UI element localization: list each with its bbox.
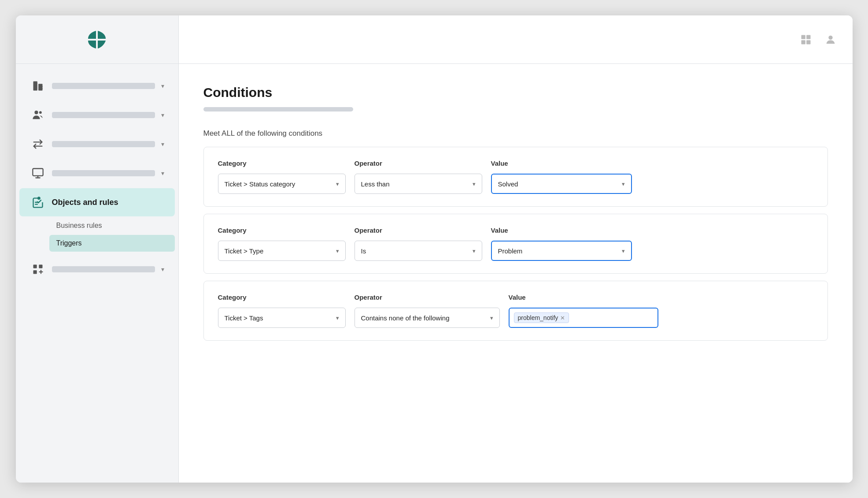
chevron-down-icon: ▾	[336, 248, 339, 254]
sidebar-item-business-rules[interactable]: Business rules	[49, 217, 175, 234]
chevron-down-icon: ▾	[622, 181, 625, 187]
people-icon	[30, 107, 46, 123]
value-header-2: Value	[491, 227, 508, 234]
zendesk-logo	[84, 26, 110, 53]
arrows-icon	[30, 136, 46, 152]
sidebar-logo	[16, 15, 178, 64]
category-select-1[interactable]: Ticket > Status category ▾	[218, 174, 346, 194]
svg-rect-8	[39, 86, 40, 87]
chevron-down-icon: ▾	[161, 170, 164, 177]
svg-rect-4	[34, 85, 35, 86]
chevron-down-icon: ▾	[622, 248, 625, 254]
chevron-down-icon: ▾	[473, 181, 476, 187]
sidebar-item-label: Objects and rules	[52, 198, 118, 207]
value-tag-input-3[interactable]: problem_notify ✕	[509, 308, 658, 328]
svg-rect-7	[36, 88, 37, 89]
nav-label-bar	[52, 141, 155, 147]
svg-rect-16	[33, 265, 37, 268]
sidebar-item-triggers[interactable]: Triggers	[49, 235, 175, 252]
main-content: Conditions Meet ALL of the following con…	[179, 15, 853, 483]
operator-select-1[interactable]: Less than ▾	[355, 174, 482, 194]
chevron-down-icon: ▾	[161, 266, 164, 273]
svg-rect-18	[33, 270, 37, 274]
operator-header-2: Operator	[355, 227, 382, 234]
nav-label-bar	[52, 266, 155, 272]
sidebar-item-objects-rules[interactable]: Objects and rules	[19, 188, 175, 216]
sidebar-item-apps[interactable]: ▾	[19, 255, 175, 283]
sidebar-item-people[interactable]: ▾	[19, 101, 175, 129]
chevron-down-icon: ▾	[490, 315, 493, 321]
value-header-3: Value	[509, 294, 526, 301]
category-select-2[interactable]: Ticket > Type ▾	[218, 241, 346, 261]
condition-row-2: Category Operator Value Ticket > Type ▾	[203, 214, 828, 274]
sidebar-item-monitor[interactable]: ▾	[19, 159, 175, 187]
svg-rect-14	[33, 169, 43, 176]
category-select-3[interactable]: Ticket > Tags ▾	[218, 308, 346, 328]
chevron-down-icon: ▾	[473, 248, 476, 254]
svg-rect-6	[34, 88, 35, 89]
category-header-3: Category	[218, 294, 247, 301]
nav-label-bar	[52, 170, 155, 176]
tag-chip-problem-notify: problem_notify ✕	[514, 312, 569, 323]
svg-rect-5	[36, 85, 37, 86]
page-content: Conditions Meet ALL of the following con…	[179, 64, 853, 483]
svg-rect-9	[41, 86, 42, 87]
category-header-2: Category	[218, 227, 247, 234]
sub-nav: Business rules Triggers	[16, 217, 178, 252]
chevron-down-icon: ▾	[161, 82, 164, 89]
operator-select-3[interactable]: Contains none of the following ▾	[355, 308, 500, 328]
apps-icon	[30, 261, 46, 277]
monitor-icon	[30, 165, 46, 181]
svg-rect-3	[36, 83, 37, 84]
svg-rect-19	[801, 35, 805, 39]
value-select-2[interactable]: Problem ▾	[491, 241, 632, 261]
user-icon[interactable]	[823, 32, 838, 48]
svg-rect-22	[806, 40, 810, 44]
svg-point-12	[34, 111, 38, 114]
operator-header-1: Operator	[355, 160, 382, 167]
chevron-down-icon: ▾	[161, 141, 164, 148]
chevron-down-icon: ▾	[336, 181, 339, 187]
page-title: Conditions	[203, 85, 828, 100]
operator-select-2[interactable]: Is ▾	[355, 241, 482, 261]
chevron-down-icon: ▾	[336, 315, 339, 321]
condition-row-1: Category Operator Value Ticket > Status …	[203, 147, 828, 207]
grid-icon[interactable]	[798, 32, 814, 48]
svg-rect-11	[41, 88, 42, 89]
sidebar-nav: ▾ ▾	[16, 64, 178, 483]
sidebar-item-arrows[interactable]: ▾	[19, 130, 175, 158]
app-frame: ▾ ▾	[16, 15, 853, 483]
sidebar-item-buildings[interactable]: ▾	[19, 72, 175, 100]
svg-point-13	[39, 111, 41, 114]
progress-bar	[203, 107, 353, 111]
svg-rect-2	[34, 83, 35, 84]
nav-label-bar	[52, 112, 155, 118]
svg-rect-21	[801, 40, 805, 44]
value-select-1[interactable]: Solved ▾	[491, 174, 632, 194]
conditions-label: Meet ALL of the following conditions	[203, 129, 828, 138]
svg-rect-1	[38, 84, 42, 90]
buildings-icon	[30, 78, 46, 94]
operator-header-3: Operator	[355, 294, 382, 301]
svg-point-23	[828, 35, 832, 39]
svg-rect-17	[39, 265, 42, 268]
topbar	[179, 15, 853, 64]
nav-label-bar	[52, 83, 155, 89]
objects-rules-icon	[30, 194, 46, 210]
svg-rect-20	[806, 35, 810, 39]
value-header-1: Value	[491, 160, 508, 167]
svg-rect-10	[39, 88, 40, 89]
category-header-1: Category	[218, 160, 247, 167]
tag-remove-button[interactable]: ✕	[560, 315, 565, 321]
sidebar: ▾ ▾	[16, 15, 179, 483]
chevron-down-icon: ▾	[161, 111, 164, 119]
condition-row-3: Category Operator Value Ticket > Tags ▾	[203, 281, 828, 341]
